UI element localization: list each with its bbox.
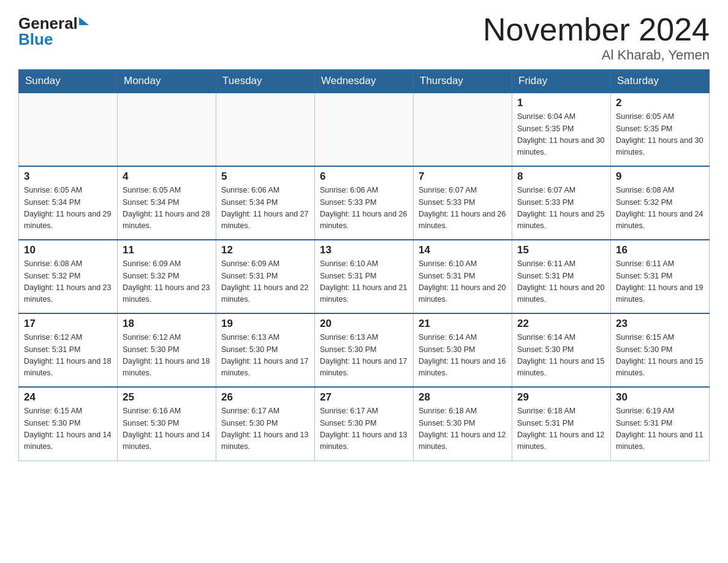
day-info: Sunrise: 6:10 AMSunset: 5:31 PMDaylight:…	[320, 258, 408, 306]
calendar-cell: 26Sunrise: 6:17 AMSunset: 5:30 PMDayligh…	[216, 387, 315, 461]
day-number: 5	[221, 170, 309, 183]
day-info: Sunrise: 6:13 AMSunset: 5:30 PMDaylight:…	[320, 332, 408, 380]
day-info: Sunrise: 6:07 AMSunset: 5:33 PMDaylight:…	[419, 185, 507, 232]
day-number: 1	[517, 97, 605, 109]
day-info: Sunrise: 6:18 AMSunset: 5:31 PMDaylight:…	[517, 405, 605, 453]
weekday-header-monday: Monday	[118, 70, 216, 93]
calendar-cell: 30Sunrise: 6:19 AMSunset: 5:31 PMDayligh…	[611, 387, 710, 461]
day-number: 10	[24, 244, 112, 256]
day-number: 25	[123, 391, 211, 404]
logo-general-text: General	[18, 15, 78, 31]
calendar-cell: 25Sunrise: 6:16 AMSunset: 5:30 PMDayligh…	[118, 387, 216, 461]
calendar-cell	[118, 93, 216, 166]
title-block: November 2024 Al Kharab, Yemen	[483, 12, 710, 63]
day-number: 20	[320, 318, 408, 330]
calendar-cell: 21Sunrise: 6:14 AMSunset: 5:30 PMDayligh…	[414, 313, 512, 387]
calendar-cell: 3Sunrise: 6:05 AMSunset: 5:34 PMDaylight…	[19, 166, 118, 240]
week-row-5: 24Sunrise: 6:15 AMSunset: 5:30 PMDayligh…	[19, 387, 710, 461]
calendar-cell	[315, 93, 414, 166]
day-number: 29	[517, 391, 605, 404]
day-number: 12	[221, 244, 309, 256]
calendar-cell: 20Sunrise: 6:13 AMSunset: 5:30 PMDayligh…	[315, 313, 414, 387]
day-number: 4	[123, 170, 211, 183]
day-info: Sunrise: 6:09 AMSunset: 5:32 PMDaylight:…	[123, 258, 211, 306]
calendar-cell	[216, 93, 315, 166]
day-info: Sunrise: 6:09 AMSunset: 5:31 PMDaylight:…	[221, 258, 309, 306]
calendar-cell: 10Sunrise: 6:08 AMSunset: 5:32 PMDayligh…	[19, 240, 118, 313]
day-info: Sunrise: 6:14 AMSunset: 5:30 PMDaylight:…	[517, 332, 605, 380]
day-info: Sunrise: 6:04 AMSunset: 5:35 PMDaylight:…	[517, 111, 605, 159]
logo-blue-text: Blue	[18, 30, 53, 48]
day-number: 16	[616, 244, 704, 256]
day-number: 6	[320, 170, 408, 183]
calendar-cell: 24Sunrise: 6:15 AMSunset: 5:30 PMDayligh…	[19, 387, 118, 461]
day-info: Sunrise: 6:15 AMSunset: 5:30 PMDaylight:…	[24, 405, 112, 453]
day-number: 8	[517, 170, 605, 183]
calendar-cell: 6Sunrise: 6:06 AMSunset: 5:33 PMDaylight…	[315, 166, 414, 240]
day-info: Sunrise: 6:11 AMSunset: 5:31 PMDaylight:…	[616, 258, 704, 306]
weekday-header-sunday: Sunday	[19, 70, 118, 93]
calendar-cell	[414, 93, 512, 166]
calendar-cell: 22Sunrise: 6:14 AMSunset: 5:30 PMDayligh…	[512, 313, 611, 387]
day-info: Sunrise: 6:05 AMSunset: 5:35 PMDaylight:…	[616, 111, 704, 159]
calendar-cell: 16Sunrise: 6:11 AMSunset: 5:31 PMDayligh…	[611, 240, 710, 313]
weekday-header-wednesday: Wednesday	[315, 70, 414, 93]
day-number: 14	[419, 244, 507, 256]
day-info: Sunrise: 6:17 AMSunset: 5:30 PMDaylight:…	[320, 405, 408, 453]
day-info: Sunrise: 6:11 AMSunset: 5:31 PMDaylight:…	[517, 258, 605, 306]
calendar-cell: 27Sunrise: 6:17 AMSunset: 5:30 PMDayligh…	[315, 387, 414, 461]
day-info: Sunrise: 6:08 AMSunset: 5:32 PMDaylight:…	[616, 185, 704, 232]
week-row-4: 17Sunrise: 6:12 AMSunset: 5:31 PMDayligh…	[19, 313, 710, 387]
calendar-cell: 14Sunrise: 6:10 AMSunset: 5:31 PMDayligh…	[414, 240, 512, 313]
day-info: Sunrise: 6:05 AMSunset: 5:34 PMDaylight:…	[123, 185, 211, 232]
day-number: 30	[616, 391, 704, 404]
weekday-header-friday: Friday	[512, 70, 611, 93]
day-info: Sunrise: 6:06 AMSunset: 5:34 PMDaylight:…	[221, 185, 309, 232]
calendar-cell: 9Sunrise: 6:08 AMSunset: 5:32 PMDaylight…	[611, 166, 710, 240]
day-number: 19	[221, 318, 309, 330]
calendar-cell: 29Sunrise: 6:18 AMSunset: 5:31 PMDayligh…	[512, 387, 611, 461]
calendar-cell: 17Sunrise: 6:12 AMSunset: 5:31 PMDayligh…	[19, 313, 118, 387]
calendar-cell	[19, 93, 118, 166]
calendar-cell: 5Sunrise: 6:06 AMSunset: 5:34 PMDaylight…	[216, 166, 315, 240]
calendar-cell: 19Sunrise: 6:13 AMSunset: 5:30 PMDayligh…	[216, 313, 315, 387]
weekday-header-thursday: Thursday	[414, 70, 512, 93]
day-number: 22	[517, 318, 605, 330]
day-number: 7	[419, 170, 507, 183]
day-info: Sunrise: 6:15 AMSunset: 5:30 PMDaylight:…	[616, 332, 704, 380]
day-number: 17	[24, 318, 112, 330]
calendar-subtitle: Al Kharab, Yemen	[483, 47, 710, 63]
week-row-3: 10Sunrise: 6:08 AMSunset: 5:32 PMDayligh…	[19, 240, 710, 313]
day-number: 18	[123, 318, 211, 330]
day-info: Sunrise: 6:06 AMSunset: 5:33 PMDaylight:…	[320, 185, 408, 232]
calendar-title: November 2024	[483, 12, 710, 47]
page-header: General Blue November 2024 Al Kharab, Ye…	[18, 12, 710, 63]
day-number: 3	[24, 170, 112, 183]
day-info: Sunrise: 6:08 AMSunset: 5:32 PMDaylight:…	[24, 258, 112, 306]
weekday-header-tuesday: Tuesday	[216, 70, 315, 93]
day-info: Sunrise: 6:05 AMSunset: 5:34 PMDaylight:…	[24, 185, 112, 232]
day-number: 2	[616, 97, 704, 109]
calendar-cell: 23Sunrise: 6:15 AMSunset: 5:30 PMDayligh…	[611, 313, 710, 387]
day-info: Sunrise: 6:18 AMSunset: 5:30 PMDaylight:…	[419, 405, 507, 453]
day-info: Sunrise: 6:12 AMSunset: 5:31 PMDaylight:…	[24, 332, 112, 380]
calendar-cell: 7Sunrise: 6:07 AMSunset: 5:33 PMDaylight…	[414, 166, 512, 240]
day-info: Sunrise: 6:12 AMSunset: 5:30 PMDaylight:…	[123, 332, 211, 380]
calendar-cell: 2Sunrise: 6:05 AMSunset: 5:35 PMDaylight…	[611, 93, 710, 166]
day-number: 11	[123, 244, 211, 256]
day-number: 27	[320, 391, 408, 404]
calendar-cell: 18Sunrise: 6:12 AMSunset: 5:30 PMDayligh…	[118, 313, 216, 387]
day-info: Sunrise: 6:17 AMSunset: 5:30 PMDaylight:…	[221, 405, 309, 453]
day-number: 15	[517, 244, 605, 256]
logo-arrow-icon	[79, 17, 89, 25]
calendar-cell: 1Sunrise: 6:04 AMSunset: 5:35 PMDaylight…	[512, 93, 611, 166]
calendar-cell: 11Sunrise: 6:09 AMSunset: 5:32 PMDayligh…	[118, 240, 216, 313]
day-number: 9	[616, 170, 704, 183]
calendar-cell: 8Sunrise: 6:07 AMSunset: 5:33 PMDaylight…	[512, 166, 611, 240]
day-info: Sunrise: 6:19 AMSunset: 5:31 PMDaylight:…	[616, 405, 704, 453]
week-row-1: 1Sunrise: 6:04 AMSunset: 5:35 PMDaylight…	[19, 93, 710, 166]
weekday-header-row: SundayMondayTuesdayWednesdayThursdayFrid…	[19, 70, 710, 93]
day-info: Sunrise: 6:13 AMSunset: 5:30 PMDaylight:…	[221, 332, 309, 380]
day-info: Sunrise: 6:14 AMSunset: 5:30 PMDaylight:…	[419, 332, 507, 380]
calendar-cell: 28Sunrise: 6:18 AMSunset: 5:30 PMDayligh…	[414, 387, 512, 461]
